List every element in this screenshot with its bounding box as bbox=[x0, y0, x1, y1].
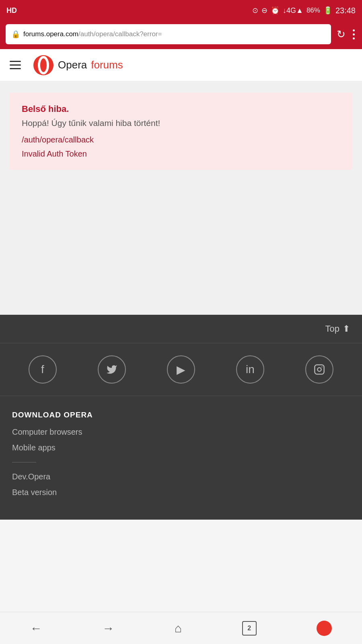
svg-point-4 bbox=[321, 366, 322, 367]
opera-button[interactable] bbox=[313, 617, 336, 640]
opera-logo[interactable]: Opera forums bbox=[33, 55, 123, 76]
error-title: Belső hiba. bbox=[22, 104, 340, 114]
reload-button[interactable]: ↻ bbox=[335, 27, 347, 42]
youtube-icon[interactable]: ▶ bbox=[167, 355, 195, 384]
address-bar: 🔒 forums.opera.com/auth/opera/callback?e… bbox=[0, 21, 362, 49]
footer-divider bbox=[12, 462, 36, 462]
minus-icon: ⊖ bbox=[261, 6, 267, 15]
status-bar: HD ⊙ ⊖ ⏰ ↓4G▲ 86% 🔋 23:48 bbox=[0, 0, 362, 21]
ham-line-2 bbox=[10, 64, 21, 66]
tabs-button[interactable]: 2 bbox=[238, 617, 261, 640]
dev-opera-link[interactable]: Dev.Opera bbox=[12, 472, 350, 481]
clock: 23:48 bbox=[335, 6, 356, 15]
forward-icon: → bbox=[102, 621, 114, 635]
back-button[interactable]: ← bbox=[26, 617, 46, 639]
top-bar: Top ⬆ bbox=[0, 315, 362, 343]
menu-dot-2 bbox=[353, 33, 355, 35]
wifi-icon: ⊙ bbox=[252, 6, 258, 15]
battery-icon: 🔋 bbox=[323, 6, 332, 15]
top-arrow-icon: ⬆ bbox=[343, 324, 350, 334]
carrier-label: HD bbox=[6, 6, 17, 15]
menu-dot-3 bbox=[353, 37, 355, 39]
home-icon: ⌂ bbox=[175, 621, 182, 635]
url-box[interactable]: 🔒 forums.opera.com/auth/opera/callback?e… bbox=[6, 24, 331, 44]
content-spacer bbox=[0, 242, 362, 315]
lock-icon: 🔒 bbox=[11, 30, 20, 39]
bottom-nav: ← → ⌂ 2 bbox=[0, 612, 362, 644]
facebook-icon[interactable]: f bbox=[29, 355, 57, 384]
opera-red-icon bbox=[317, 621, 332, 636]
ham-line-1 bbox=[10, 61, 21, 62]
beta-version-link[interactable]: Beta version bbox=[12, 488, 350, 497]
download-opera-title: DOWNLOAD OPERA bbox=[12, 411, 350, 419]
opera-o-icon bbox=[33, 55, 54, 76]
main-content: Belső hiba. Hoppá! Úgy tűnik valami hiba… bbox=[0, 81, 362, 242]
hamburger-menu[interactable] bbox=[10, 61, 21, 69]
computer-browsers-link[interactable]: Computer browsers bbox=[12, 427, 350, 437]
tabs-badge: 2 bbox=[242, 621, 257, 636]
mobile-apps-link[interactable]: Mobile apps bbox=[12, 443, 350, 452]
error-description: Hoppá! Úgy tűnik valami hiba történt! bbox=[22, 118, 340, 128]
url-path: /auth/opera/callback?error= bbox=[78, 30, 162, 38]
ham-line-3 bbox=[10, 68, 21, 69]
error-token: Invalid Auth Token bbox=[22, 149, 340, 159]
svg-rect-2 bbox=[315, 365, 324, 374]
menu-dot-1 bbox=[353, 29, 355, 31]
menu-button[interactable] bbox=[351, 28, 356, 41]
top-label: Top bbox=[325, 324, 339, 334]
status-icons: ⊙ ⊖ ⏰ ↓4G▲ 86% 🔋 23:48 bbox=[252, 6, 356, 15]
nav-header: Opera forums bbox=[0, 49, 362, 81]
opera-forums-label: forums bbox=[91, 59, 123, 71]
error-box: Belső hiba. Hoppá! Úgy tűnik valami hiba… bbox=[10, 93, 352, 170]
top-button[interactable]: Top ⬆ bbox=[325, 324, 350, 334]
back-icon: ← bbox=[30, 621, 42, 635]
forward-button[interactable]: → bbox=[98, 617, 118, 639]
footer-links: DOWNLOAD OPERA Computer browsers Mobile … bbox=[0, 396, 362, 520]
instagram-icon[interactable] bbox=[305, 355, 333, 384]
footer: Top ⬆ f ▶ in DOWNLOAD OPERA Computer bro… bbox=[0, 315, 362, 520]
social-bar: f ▶ in bbox=[0, 343, 362, 396]
url-domain: forums.opera.com bbox=[23, 30, 78, 38]
network-icon: ↓4G▲ bbox=[283, 6, 303, 15]
svg-point-3 bbox=[317, 367, 321, 371]
home-button[interactable]: ⌂ bbox=[171, 617, 186, 639]
linkedin-icon[interactable]: in bbox=[236, 355, 264, 384]
opera-wordmark: Opera bbox=[58, 59, 87, 71]
battery-percent: 86% bbox=[306, 6, 320, 14]
url-text: forums.opera.com/auth/opera/callback?err… bbox=[23, 30, 325, 38]
twitter-icon[interactable] bbox=[98, 355, 126, 384]
alarm-icon: ⏰ bbox=[271, 6, 280, 15]
error-path: /auth/opera/callback bbox=[22, 135, 340, 144]
